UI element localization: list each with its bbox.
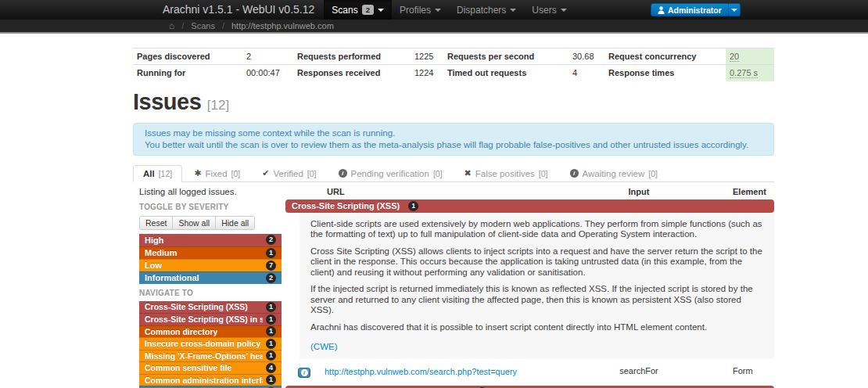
stat-label: Timed out requests	[443, 65, 569, 81]
stat-value-highlighted: 20	[726, 48, 774, 65]
severity-medium[interactable]: Medium 1	[139, 246, 282, 259]
chevron-down-icon	[435, 9, 441, 12]
stat-value: 2	[242, 48, 293, 65]
issue-filter-tabs: All [12] ✱ Fixed [0] ✔ Verified [0] i Pe…	[133, 165, 774, 182]
issue-row[interactable]: i http://testphp.vulnweb.com/search.php?…	[285, 359, 774, 383]
column-header-element: Element	[733, 187, 772, 196]
count-badge: 7	[266, 260, 276, 271]
stat-value: 1225	[411, 48, 443, 65]
nav-issue-insecure-cross-domain-policy[interactable]: Insecure cross-domain policy (allow-acce…	[139, 337, 282, 350]
stat-value: 30.68	[569, 48, 604, 65]
top-navbar: Arachni v1.5.1 - WebUI v0.5.12 Scans 2 P…	[0, 0, 868, 20]
count-badge: 1	[266, 314, 276, 325]
x-icon: ✖	[464, 169, 472, 178]
hide-all-button[interactable]: Hide all	[215, 216, 255, 230]
breadcrumb-separator: /	[215, 21, 231, 31]
issue-input: searchFor	[545, 366, 733, 375]
stat-label: Request concurrency	[604, 48, 726, 65]
tab-awaiting-review[interactable]: i Awaiting review [0]	[560, 165, 668, 182]
stats-row: Running for 00:00:47 Responses received …	[133, 65, 774, 81]
stats-row: Pages discovered 2 Requests performed 12…	[133, 48, 774, 65]
issues-table: URL Input Element Cross-Site Scripting (…	[285, 187, 774, 388]
nav-issue-missing-x-frame-options[interactable]: Missing 'X-Frame-Options' header 1	[139, 350, 282, 362]
tab-all[interactable]: All [12]	[133, 165, 182, 182]
page-title: Issues [12]	[133, 89, 774, 115]
severity-high[interactable]: High 2	[139, 234, 282, 246]
count-badge: 1	[266, 339, 276, 349]
stat-value: 00:00:47	[242, 65, 293, 81]
severity-list: High 2 Medium 1 Low 7 Informational 2	[139, 234, 282, 284]
breadcrumb-bar: ⌂ / Scans / http://testphp.vulnweb.com	[0, 20, 868, 34]
stat-label: Response times	[604, 65, 726, 81]
breadcrumb: ⌂ / Scans / http://testphp.vulnweb.com	[169, 21, 334, 31]
issues-table-header: URL Input Element	[285, 187, 774, 199]
count-badge: 1	[266, 375, 276, 385]
scan-running-alert: Issues may be missing some context while…	[133, 123, 774, 156]
stat-label: Pages discovered	[133, 48, 242, 65]
asterisk-icon: ✱	[194, 169, 201, 178]
tab-false-positives[interactable]: ✖ False positives [0]	[454, 165, 558, 182]
cwe-link[interactable]: (CWE)	[310, 342, 338, 351]
chevron-down-icon	[510, 9, 516, 12]
severity-informational[interactable]: Informational 2	[139, 271, 282, 284]
scans-count-badge: 2	[362, 5, 374, 15]
stat-value: 1224	[411, 65, 443, 81]
reset-button[interactable]: Reset	[139, 216, 173, 230]
chevron-down-icon	[731, 9, 737, 12]
count-badge: 4	[266, 363, 276, 373]
app-brand: Arachni v1.5.1 - WebUI v0.5.12	[133, 0, 324, 20]
tab-fixed[interactable]: ✱ Fixed [0]	[184, 165, 250, 182]
count-badge: 2	[266, 273, 276, 283]
nav-item-scans[interactable]: Scans 2	[324, 0, 392, 20]
nav-issue-common-directory[interactable]: Common directory 1	[139, 325, 282, 338]
tab-verified[interactable]: ✔ Verified [0]	[252, 165, 326, 182]
count-badge: 2	[266, 235, 276, 245]
nav-issue-common-admin-interface[interactable]: Common administration interface 1	[139, 374, 282, 386]
info-icon: i	[301, 369, 308, 376]
count-badge: 1	[266, 248, 276, 258]
scan-statistics-table: Pages discovered 2 Requests performed 12…	[133, 48, 774, 81]
nav-item-dispatchers[interactable]: Dispatchers	[449, 0, 524, 20]
listing-note: Listing all logged issues.	[139, 187, 282, 196]
stat-value-highlighted: 0.275 s	[726, 65, 774, 81]
info-icon: i	[570, 169, 579, 178]
count-badge: 1	[266, 326, 276, 336]
severity-low[interactable]: Low 7	[139, 259, 282, 271]
nav-issue-xss-script-context[interactable]: Cross-Site Scripting (XSS) in script con…	[139, 313, 282, 325]
stat-label: Running for	[133, 65, 242, 81]
user-menu: Administrator	[651, 3, 741, 16]
user-icon	[658, 6, 665, 14]
stat-label: Responses received	[293, 65, 411, 81]
navigate-header: NAVIGATE TO	[139, 289, 282, 297]
nav-item-users[interactable]: Users	[524, 0, 574, 20]
issue-description: Client-side scripts are used extensively…	[299, 213, 774, 360]
column-header-input: Input	[545, 187, 733, 196]
issue-navigation-list: Cross-Site Scripting (XSS) 1 Cross-Site …	[139, 301, 282, 388]
home-icon[interactable]: ⌂	[169, 21, 174, 31]
breadcrumb-scans-link[interactable]: Scans	[191, 21, 215, 31]
issue-url-link[interactable]: http://testphp.vulnweb.com/search.php?te…	[325, 367, 517, 376]
issue-section-header-xss[interactable]: Cross-Site Scripting (XSS) 1	[285, 199, 774, 213]
severity-header: TOGGLE BY SEVERITY	[139, 203, 282, 211]
chevron-down-icon	[378, 9, 384, 12]
nav-item-profiles[interactable]: Profiles	[392, 0, 449, 20]
breadcrumb-separator: /	[174, 21, 191, 31]
count-badge: 1	[408, 201, 418, 211]
column-header-url: URL	[325, 187, 545, 196]
tab-pending-verification[interactable]: i Pending verification [0]	[328, 165, 453, 182]
info-icon: i	[339, 169, 347, 178]
issue-info-button[interactable]: i	[298, 368, 310, 378]
count-badge: 1	[266, 302, 276, 312]
nav-issue-common-sensitive-file[interactable]: Common sensitive file 4	[139, 361, 282, 374]
user-menu-caret-button[interactable]	[728, 3, 741, 16]
administrator-button[interactable]: Administrator	[651, 3, 728, 16]
stat-label: Requests performed	[293, 48, 411, 65]
count-badge: 1	[266, 350, 276, 361]
issues-sidebar: Listing all logged issues. TOGGLE BY SEV…	[133, 187, 282, 388]
issues-count: [12]	[207, 98, 229, 113]
issue-element: Form	[733, 366, 772, 375]
show-all-button[interactable]: Show all	[172, 216, 216, 230]
check-icon: ✔	[262, 169, 269, 178]
stat-label: Requests per second	[443, 48, 569, 65]
nav-issue-xss[interactable]: Cross-Site Scripting (XSS) 1	[139, 301, 282, 314]
